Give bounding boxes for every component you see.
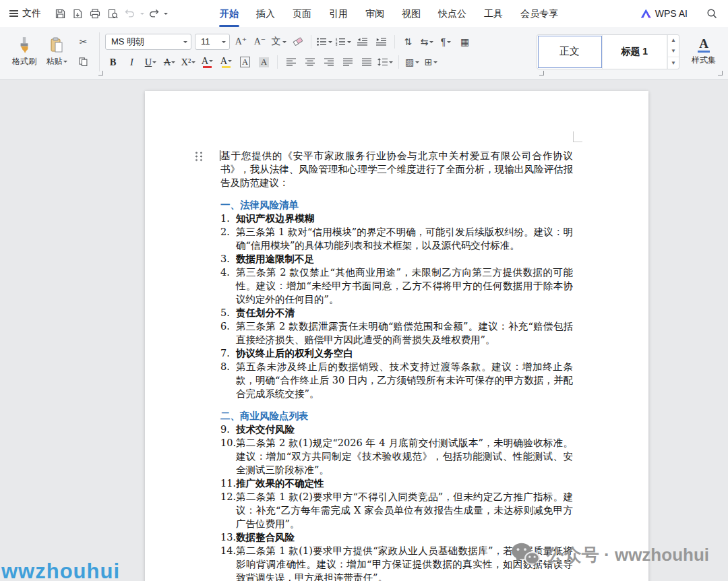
highlight-button[interactable]: A <box>218 55 234 69</box>
wps-ai-icon <box>641 9 651 18</box>
shading-fill-icon[interactable]: ▨ <box>404 55 420 70</box>
gallery-up-icon[interactable]: ▲ <box>668 35 679 46</box>
list-item-text: 知识产权边界模糊 <box>236 212 573 225</box>
wechat-icon <box>510 542 540 568</box>
list-item: 6.第三条第 2 款数据泄露责任未明确“赔偿范围和金额”。建议：补充“赔偿包括直… <box>220 319 573 346</box>
intro-paragraph: 基于您提供的《安平市家政服务行业协会与北京中关村爱豆有限公司合作协议书》，我从法… <box>220 149 573 189</box>
chinese-layout-icon[interactable]: ⇆ <box>419 34 435 49</box>
search-icon[interactable] <box>704 5 720 22</box>
styles-dialog-launcher-icon[interactable] <box>718 71 723 75</box>
line-spacing-icon[interactable] <box>377 55 393 70</box>
bullet-list-icon[interactable] <box>317 34 332 49</box>
hamburger-icon <box>9 9 18 19</box>
list-item-number: 12. <box>220 490 236 530</box>
paste-button[interactable]: 粘贴 <box>40 31 73 73</box>
redo-chevron-icon[interactable] <box>164 13 168 17</box>
list-item-text: 第五条未涉及终止后的数据销毁、技术支持过渡等条款。建议：增加终止条款，明确“合作… <box>236 360 573 400</box>
borders-icon[interactable]: ⊞ <box>423 55 439 70</box>
undo-chevron-icon[interactable] <box>140 13 144 17</box>
paste-label: 粘贴 <box>47 56 63 67</box>
margin-corner-mark <box>573 131 582 142</box>
decrease-font-icon[interactable]: A⁻ <box>252 34 268 49</box>
paragraph-dialog-launcher-icon[interactable] <box>539 71 544 75</box>
strikethrough-button[interactable]: A <box>162 55 177 69</box>
undo-icon[interactable] <box>122 5 138 22</box>
decrease-indent-icon[interactable] <box>355 34 370 49</box>
document-area[interactable]: 基于您提供的《安平市家政服务行业协会与北京中关村爱豆有限公司合作协议书》，我从法… <box>0 80 728 581</box>
list-item: 11.推广效果的不确定性 <box>220 477 573 490</box>
style-gallery: 正文 标题 1 ▲ ▼ ▼ <box>537 34 679 69</box>
clipboard-dialog-launcher-icon[interactable] <box>98 71 103 75</box>
list-item-number: 6. <box>220 319 236 346</box>
list-item-number: 7. <box>220 346 236 360</box>
format-painter-button[interactable]: 格式刷 <box>8 31 40 73</box>
distribute-icon[interactable] <box>359 55 374 70</box>
copy-icon[interactable] <box>75 54 91 69</box>
italic-button[interactable]: I <box>124 55 140 69</box>
file-menu-label: 文件 <box>22 7 41 20</box>
watermark-right: 公众号 · wwzhouhui <box>510 542 709 568</box>
tab-tools[interactable]: 工具 <box>475 0 512 27</box>
font-name-select[interactable]: MS 明朝 <box>105 34 191 50</box>
doc-sections: 一、法律风险清单1.知识产权边界模糊2.第三条第 1 款对“信用模块”的界定不明… <box>220 198 573 581</box>
underline-button[interactable]: U <box>143 55 158 69</box>
tab-review[interactable]: 审阅 <box>357 0 393 27</box>
tab-quick-tools[interactable]: 快点公 <box>429 0 475 27</box>
wps-ai-label: WPS AI <box>655 8 688 19</box>
list-item-number: 11. <box>220 477 236 490</box>
print-preview-icon[interactable] <box>104 5 121 22</box>
align-left-icon[interactable] <box>283 55 299 70</box>
quick-access-toolbar <box>52 5 168 22</box>
list-item-text: 数据用途限制不足 <box>236 252 573 266</box>
numbered-list-icon[interactable] <box>336 34 351 49</box>
tab-page[interactable]: 页面 <box>284 0 320 27</box>
font-color-button[interactable]: A <box>200 55 215 69</box>
list-item-text: 第三条第 2 款数据泄露责任未明确“赔偿范围和金额”。建议：补充“赔偿包括直接经… <box>236 319 573 346</box>
watermark-right-text: 公众号 · wwzhouhui <box>547 543 709 567</box>
tab-reference[interactable]: 引用 <box>320 0 357 27</box>
tab-wps-ai[interactable]: WPS AI <box>634 8 694 19</box>
gallery-down-icon[interactable]: ▼ <box>668 46 679 57</box>
character-shading-button[interactable]: A <box>256 55 272 69</box>
save-icon[interactable] <box>52 5 68 22</box>
tab-insert[interactable]: 插入 <box>247 0 284 27</box>
phonetic-guide-icon[interactable]: 文 <box>271 34 286 49</box>
table-grid-icon[interactable]: ▦ <box>457 34 473 49</box>
list-item: 1.知识产权边界模糊 <box>220 212 573 225</box>
wps-writer-window: 文件 开始 插入 页面 引用 <box>0 0 728 581</box>
page[interactable]: 基于您提供的《安平市家政服务行业协会与北京中关村爱豆有限公司合作协议书》，我从法… <box>145 91 648 581</box>
document-content[interactable]: 基于您提供的《安平市家政服务行业协会与北京中关村爱豆有限公司合作协议书》，我从法… <box>220 149 573 581</box>
style-normal[interactable]: 正文 <box>537 35 603 69</box>
paste-icon <box>50 36 63 54</box>
list-item: 3.数据用途限制不足 <box>220 252 573 266</box>
export-pdf-icon[interactable] <box>69 5 86 22</box>
list-item-number: 4. <box>220 266 236 306</box>
superscript-button[interactable]: X² <box>181 55 196 69</box>
list-item-number: 1. <box>220 212 236 225</box>
font-size-select[interactable]: 11 <box>195 34 230 50</box>
style-heading-1[interactable]: 标题 1 <box>603 35 668 69</box>
tab-member[interactable]: 会员专享 <box>512 0 567 27</box>
list-item-text: 协议终止后的权利义务空白 <box>236 346 573 360</box>
paragraph-drag-handle-icon[interactable] <box>194 151 204 162</box>
clear-format-icon[interactable] <box>290 34 305 49</box>
align-right-icon[interactable] <box>321 55 336 70</box>
increase-font-icon[interactable]: A⁺ <box>233 34 249 49</box>
cut-icon[interactable]: ✂ <box>75 34 91 50</box>
tab-home[interactable]: 开始 <box>211 0 247 27</box>
tab-view[interactable]: 视图 <box>393 0 429 27</box>
paragraph-mark-icon[interactable]: ¶ <box>438 34 454 49</box>
list-item: 7.协议终止后的权利义务空白 <box>220 346 573 360</box>
character-border-button[interactable]: A <box>237 55 253 69</box>
gallery-more-icon[interactable]: ▼ <box>668 57 679 68</box>
bold-button[interactable]: B <box>105 55 121 69</box>
file-menu-button[interactable]: 文件 <box>4 7 47 20</box>
style-set-button[interactable]: A 样式集 <box>686 32 721 71</box>
increase-indent-icon[interactable] <box>373 34 389 49</box>
align-justify-icon[interactable] <box>340 55 355 70</box>
redo-icon[interactable] <box>146 5 162 22</box>
list-item-text: 第三条第 1 款对“信用模块”的界定不明确，可能引发后续版权纠纷。建议：明确“信… <box>236 225 573 252</box>
print-icon[interactable] <box>87 5 103 22</box>
sort-icon[interactable]: ⇅ <box>400 34 416 49</box>
align-center-icon[interactable] <box>302 55 317 70</box>
